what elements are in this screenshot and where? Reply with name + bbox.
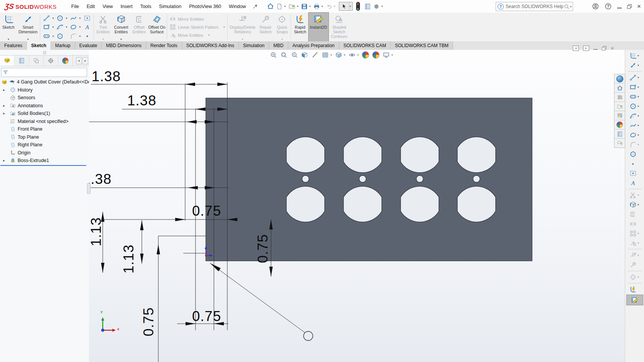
tab-mbd[interactable]: MBD xyxy=(269,41,288,50)
point-tool[interactable] xyxy=(85,34,90,39)
tree-filter-input[interactable] xyxy=(1,68,87,77)
circle-tool[interactable]: ▾ xyxy=(625,102,644,111)
convert-dropdown[interactable]: ▾ xyxy=(120,38,122,41)
menu-file[interactable]: File xyxy=(67,2,83,11)
zoom-to-fit-button[interactable] xyxy=(270,51,277,59)
tab-propertymanager[interactable] xyxy=(15,56,29,66)
line-dropdown[interactable]: ▾ xyxy=(52,16,54,20)
search-icon[interactable] xyxy=(564,4,570,10)
tab-simulation[interactable]: Simulation xyxy=(239,41,269,50)
options-list-button[interactable] xyxy=(363,2,372,11)
dimension-label[interactable]: 1.38 xyxy=(92,69,121,85)
dropdown[interactable]: ▾ xyxy=(637,95,640,98)
tree-item-solid-bodies[interactable]: ▸ Solid Bodies(1) xyxy=(0,110,89,118)
tree-item-right-plane[interactable]: Right Plane xyxy=(0,141,89,149)
doc-close-button[interactable]: × xyxy=(611,45,614,51)
convert-entities-button[interactable]: Convert Entities ▾ xyxy=(112,13,131,41)
arc-tool[interactable]: ▾ xyxy=(625,111,644,121)
offset-on-surface-button[interactable]: Offset On Surface xyxy=(148,13,166,41)
doc-minimize-button[interactable] xyxy=(593,46,598,50)
dropdown[interactable]: ▾ xyxy=(637,85,640,89)
restore-button[interactable] xyxy=(627,4,632,9)
view-settings-button[interactable] xyxy=(383,51,390,59)
rectangle-tool[interactable] xyxy=(43,23,50,31)
section-view-button[interactable] xyxy=(301,51,308,59)
tree-root-part[interactable]: 4 Gang Outlet Cover (Default<<Def xyxy=(0,78,89,86)
rollback-bar[interactable] xyxy=(0,165,86,166)
expand-arrow-icon[interactable]: ▸ xyxy=(3,158,5,162)
menu-view[interactable]: View xyxy=(99,2,117,11)
tab-solidworks-addins[interactable]: SOLIDWORKS Add-Ins xyxy=(182,41,239,50)
hide-show-dropdown[interactable]: ▾ xyxy=(357,53,359,57)
3d-contentcentral-tab[interactable] xyxy=(614,74,625,84)
account-icon[interactable] xyxy=(592,3,599,10)
sketch-dropdown[interactable]: ▾ xyxy=(8,38,9,41)
pane-left-button[interactable]: ◂ xyxy=(573,46,579,51)
tree-item-origin[interactable]: Origin xyxy=(0,149,89,157)
dropdown[interactable]: ▾ xyxy=(637,124,640,127)
ellipse-dropdown[interactable]: ▾ xyxy=(79,25,80,29)
rectangle-dropdown[interactable]: ▾ xyxy=(52,25,54,29)
dropdown[interactable]: ▾ xyxy=(637,76,640,79)
tab-scroll-left[interactable]: ◂ xyxy=(76,57,82,64)
options-button[interactable] xyxy=(372,2,381,11)
menu-tools[interactable]: Tools xyxy=(136,2,155,11)
smart-dimension-button[interactable]: ▾ xyxy=(625,61,644,70)
tree-item-history[interactable]: ▸ History xyxy=(0,86,89,94)
tab-featuremanager-tree[interactable] xyxy=(0,56,15,66)
open-button[interactable] xyxy=(288,2,296,11)
menu-insert[interactable]: Insert xyxy=(117,2,136,11)
arc-tool[interactable] xyxy=(56,23,64,31)
tree-item-sensors[interactable]: Sensors xyxy=(0,94,89,102)
tab-dimxpertmanager[interactable] xyxy=(44,56,58,66)
polygon-tool[interactable] xyxy=(625,149,644,159)
arc-dropdown[interactable]: ▾ xyxy=(66,25,67,29)
zoom-to-area-button[interactable] xyxy=(280,51,288,59)
dropdown[interactable]: ▾ xyxy=(637,54,640,57)
tab-markup[interactable]: Markup xyxy=(51,41,75,50)
rapid-sketch-button[interactable] xyxy=(625,285,644,294)
hide-show-items-button[interactable] xyxy=(348,51,356,59)
menu-edit[interactable]: Edit xyxy=(83,2,99,11)
view-orientation-dropdown[interactable]: ▾ xyxy=(330,53,332,57)
select-button[interactable] xyxy=(339,2,349,10)
dimension-label[interactable]: 0.75 xyxy=(192,308,221,324)
instant2d-button[interactable] xyxy=(627,295,643,305)
spline-tool[interactable] xyxy=(70,15,77,22)
new-document-button[interactable] xyxy=(275,2,284,11)
expand-arrow-icon[interactable]: ▸ xyxy=(3,111,5,115)
pane-right-button[interactable]: ▸ xyxy=(583,46,589,51)
tab-mbd-dimensions[interactable]: MBD Dimensions xyxy=(102,41,146,50)
dropdown[interactable]: ▾ xyxy=(637,133,640,137)
help-icon[interactable] xyxy=(605,3,612,10)
slot-tool[interactable] xyxy=(43,33,50,40)
ellipse-tool[interactable]: ▾ xyxy=(625,130,644,140)
rapid-sketch-button[interactable]: Rapid Sketch xyxy=(292,13,309,41)
instant2d-button[interactable]: Instant2D xyxy=(309,13,329,41)
close-button[interactable]: × xyxy=(637,3,641,10)
pin-menu-button[interactable] xyxy=(252,3,258,10)
tree-item-boss-extrude1[interactable]: ▸ Boss-Extrude1 xyxy=(0,157,89,165)
circle-dropdown[interactable]: ▾ xyxy=(66,16,67,20)
line-tool[interactable] xyxy=(43,15,50,22)
tab-solidworks-cam-tbm[interactable]: SOLIDWORKS CAM TBM xyxy=(391,41,453,50)
dropdown[interactable]: ▾ xyxy=(637,114,640,118)
dropdown[interactable]: ▾ xyxy=(637,64,640,67)
dropdown[interactable]: ▾ xyxy=(637,105,640,108)
options-dropdown[interactable]: ▾ xyxy=(381,5,383,8)
tab-configurationmanager[interactable] xyxy=(29,56,44,66)
save-button[interactable] xyxy=(300,2,309,11)
dimension-label[interactable]: 0.75 xyxy=(192,203,221,219)
minimize-button[interactable] xyxy=(617,5,622,8)
spline-dropdown[interactable]: ▾ xyxy=(79,16,80,20)
annotation-view-button[interactable] xyxy=(311,51,319,59)
menu-photoview[interactable]: PhotoView 360 xyxy=(185,2,225,11)
solidworks-forum-tab[interactable] xyxy=(614,139,625,147)
select-dropdown[interactable]: ▾ xyxy=(350,5,351,8)
tab-sketch[interactable]: Sketch xyxy=(27,41,51,50)
tree-item-top-plane[interactable]: Top Plane xyxy=(0,133,89,141)
panel-grip[interactable] xyxy=(0,50,89,55)
appearances-scenes-tab[interactable] xyxy=(614,120,625,129)
tab-solidworks-cam[interactable]: SOLIDWORKS CAM xyxy=(339,41,391,50)
text-tool[interactable] xyxy=(84,23,91,31)
